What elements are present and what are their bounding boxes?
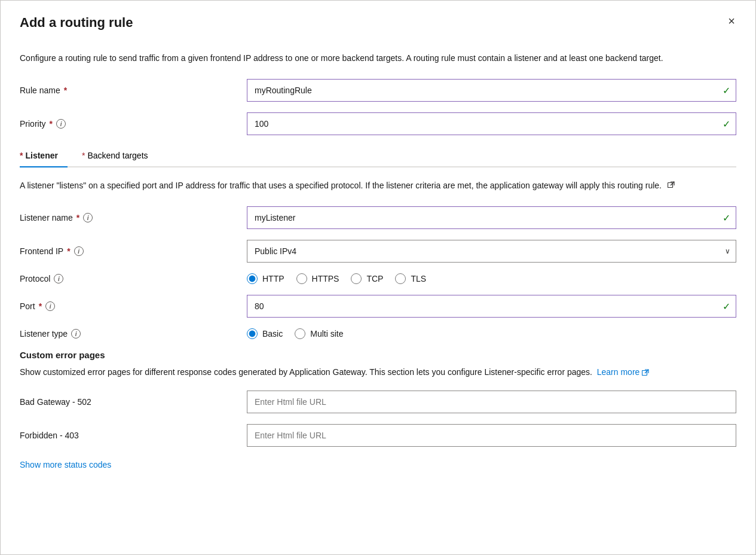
port-label: Port * i — [20, 301, 247, 311]
port-control: ✓ — [247, 295, 736, 318]
protocol-info-icon[interactable]: i — [54, 274, 63, 283]
rule-name-input[interactable] — [247, 79, 736, 102]
tab-backend-targets[interactable]: * Backend targets — [82, 146, 158, 166]
rule-name-label: Rule name * — [20, 86, 247, 95]
svg-rect-2 — [642, 370, 647, 375]
port-info-icon[interactable]: i — [45, 301, 55, 311]
protocol-http[interactable]: HTTP — [247, 273, 284, 284]
listener-type-basic[interactable]: Basic — [247, 328, 283, 339]
custom-error-pages-section: Custom error pages Show customized error… — [20, 350, 736, 470]
port-check-icon: ✓ — [723, 301, 730, 312]
port-row: Port * i ✓ — [20, 295, 736, 318]
listener-type-label: Listener type i — [20, 329, 247, 339]
tab-listener[interactable]: * Listener — [20, 146, 68, 166]
priority-control: ✓ — [247, 112, 736, 135]
dialog-title: Add a routing rule — [20, 15, 133, 31]
priority-label: Priority * i — [20, 119, 247, 129]
listener-description: A listener "listens" on a specified port… — [20, 179, 677, 192]
listener-type-info-icon[interactable]: i — [71, 329, 81, 339]
bad-gateway-label: Bad Gateway - 502 — [20, 397, 247, 407]
rule-name-check-icon: ✓ — [723, 85, 730, 96]
listener-name-input[interactable] — [247, 206, 736, 229]
listener-name-control: ✓ — [247, 206, 736, 229]
priority-row: Priority * i ✓ — [20, 112, 736, 135]
tabs-row: * Listener * Backend targets — [20, 146, 736, 167]
close-button[interactable]: × — [722, 11, 741, 31]
priority-input[interactable] — [247, 112, 736, 135]
protocol-tls[interactable]: TLS — [395, 273, 426, 284]
listener-type-radio-group: Basic Multi site — [247, 328, 736, 339]
frontend-ip-select[interactable]: Public IPv4 Private IPv4 — [247, 240, 736, 263]
frontend-ip-select-wrapper: Public IPv4 Private IPv4 ∨ — [247, 240, 736, 263]
listener-type-multisite[interactable]: Multi site — [295, 328, 343, 339]
listener-name-check-icon: ✓ — [723, 212, 730, 224]
listener-name-row: Listener name * i ✓ — [20, 206, 736, 229]
show-more-status-codes-link[interactable]: Show more status codes — [20, 460, 111, 469]
priority-info-icon[interactable]: i — [56, 119, 66, 129]
protocol-https[interactable]: HTTPS — [296, 273, 339, 284]
listener-name-info-icon[interactable]: i — [83, 213, 93, 222]
bad-gateway-control — [247, 391, 736, 413]
forbidden-label: Forbidden - 403 — [20, 431, 247, 440]
rule-name-control: ✓ — [247, 79, 736, 102]
port-input[interactable] — [247, 295, 736, 318]
rule-name-text: Rule name — [20, 86, 60, 95]
priority-check-icon: ✓ — [723, 118, 730, 130]
listener-name-label: Listener name * i — [20, 213, 247, 222]
frontend-ip-label: Frontend IP * i — [20, 246, 247, 256]
protocol-tcp[interactable]: TCP — [351, 273, 383, 284]
protocol-row: Protocol i HTTP HTTPS TCP TLS — [20, 273, 736, 284]
forbidden-input[interactable] — [247, 424, 736, 447]
protocol-label: Protocol i — [20, 274, 247, 283]
custom-error-pages-heading: Custom error pages — [20, 350, 736, 360]
bad-gateway-row: Bad Gateway - 502 — [20, 391, 736, 413]
rule-name-row: Rule name * ✓ — [20, 79, 736, 102]
forbidden-control — [247, 424, 736, 447]
rule-name-required: * — [64, 86, 67, 95]
priority-text: Priority — [20, 119, 46, 129]
listener-ext-link[interactable] — [666, 181, 675, 188]
svg-rect-0 — [668, 183, 672, 188]
forbidden-row: Forbidden - 403 — [20, 424, 736, 447]
frontend-ip-info-icon[interactable]: i — [74, 246, 84, 256]
bad-gateway-input[interactable] — [247, 391, 736, 413]
listener-type-row: Listener type i Basic Multi site — [20, 328, 736, 339]
frontend-ip-row: Frontend IP * i Public IPv4 Private IPv4… — [20, 240, 736, 263]
custom-error-pages-description: Show customized error pages for differen… — [20, 366, 736, 379]
add-routing-rule-dialog: Add a routing rule × Configure a routing… — [0, 0, 756, 555]
priority-required: * — [50, 119, 53, 129]
protocol-radio-group: HTTP HTTPS TCP TLS — [247, 273, 736, 284]
learn-more-link[interactable]: Learn more — [597, 366, 650, 379]
dialog-description: Configure a routing rule to send traffic… — [20, 52, 677, 65]
